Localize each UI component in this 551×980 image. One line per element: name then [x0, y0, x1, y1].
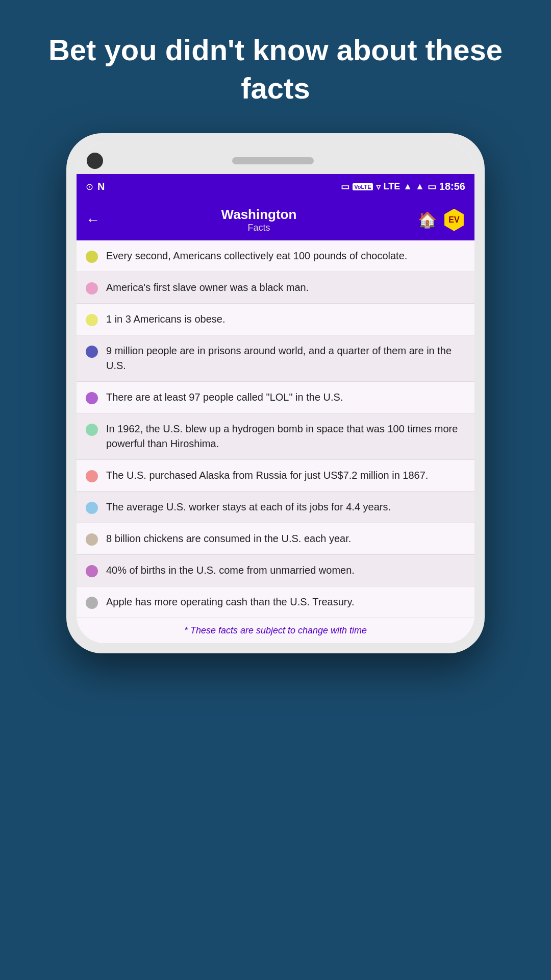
- fact-text: 40% of births in the U.S. come from unma…: [106, 563, 465, 578]
- fact-dot: [86, 565, 98, 577]
- battery-icon: ▭: [428, 181, 436, 192]
- list-item[interactable]: 1 in 3 Americans is obese.: [77, 304, 474, 335]
- status-left-icons: ⊙ N: [86, 181, 105, 192]
- lte-label: LTE: [384, 181, 400, 192]
- fact-text: 1 in 3 Americans is obese.: [106, 312, 465, 327]
- camera-app-icon: ⊙: [86, 181, 93, 192]
- status-time: 18:56: [439, 181, 465, 192]
- fact-dot: [86, 314, 98, 326]
- home-button[interactable]: 🏠: [418, 211, 437, 229]
- fact-text: 9 million people are in prisons around w…: [106, 344, 465, 373]
- fact-dot: [86, 597, 98, 609]
- volte-badge: VoLTE: [353, 183, 372, 190]
- list-item[interactable]: Every second, Americans collectively eat…: [77, 240, 474, 272]
- phone-screen: ⊙ N ▭ VoLTE ▿ LTE ▲ ▲ ▭ 18:56 ← Washingt…: [77, 143, 474, 643]
- fact-text: Every second, Americans collectively eat…: [106, 249, 465, 263]
- fact-text: In 1962, the U.S. blew up a hydrogen bom…: [106, 422, 465, 451]
- notification-icon: N: [97, 181, 105, 192]
- app-title-block: Washington Facts: [108, 207, 410, 233]
- fact-text: The average U.S. worker stays at each of…: [106, 500, 465, 514]
- fact-dot: [86, 533, 98, 546]
- app-title: Washington: [108, 207, 410, 223]
- back-button[interactable]: ←: [86, 212, 100, 228]
- facts-list: Every second, Americans collectively eat…: [77, 240, 474, 618]
- status-right-icons: ▭ VoLTE ▿ LTE ▲ ▲ ▭ 18:56: [341, 181, 465, 192]
- phone-top-bar: [77, 143, 474, 174]
- signal-icon: ▲: [403, 181, 412, 192]
- fact-dot: [86, 424, 98, 436]
- fact-dot: [86, 282, 98, 295]
- app-bar: ← Washington Facts 🏠 EV: [77, 200, 474, 240]
- list-item[interactable]: The average U.S. worker stays at each of…: [77, 492, 474, 523]
- camera-dot: [87, 153, 103, 169]
- fact-text: There are at least 97 people called "LOL…: [106, 390, 465, 405]
- fact-text: America's first slave owner was a black …: [106, 280, 465, 295]
- fact-dot: [86, 251, 98, 263]
- wifi-icon: ▿: [376, 181, 381, 192]
- fact-text: Apple has more operating cash than the U…: [106, 595, 465, 609]
- phone-mockup: ⊙ N ▭ VoLTE ▿ LTE ▲ ▲ ▭ 18:56 ← Washingt…: [66, 133, 485, 653]
- signal-icon2: ▲: [415, 181, 424, 192]
- status-bar: ⊙ N ▭ VoLTE ▿ LTE ▲ ▲ ▭ 18:56: [77, 174, 474, 200]
- cast-icon: ▭: [341, 181, 349, 192]
- app-bar-icons: 🏠 EV: [418, 209, 465, 231]
- list-item[interactable]: 40% of births in the U.S. come from unma…: [77, 555, 474, 586]
- list-item[interactable]: America's first slave owner was a black …: [77, 272, 474, 304]
- fact-text: 8 billion chickens are consumed in the U…: [106, 531, 465, 546]
- page-header: Bet you didn't know about these facts: [0, 31, 551, 108]
- ev-badge-text: EV: [448, 215, 459, 225]
- fact-dot: [86, 392, 98, 404]
- list-item[interactable]: Apple has more operating cash than the U…: [77, 586, 474, 618]
- app-subtitle: Facts: [108, 223, 410, 233]
- list-item[interactable]: There are at least 97 people called "LOL…: [77, 382, 474, 413]
- fact-dot: [86, 346, 98, 358]
- fact-dot: [86, 470, 98, 482]
- list-item[interactable]: In 1962, the U.S. blew up a hydrogen bom…: [77, 413, 474, 460]
- fact-text: The U.S. purchased Alaska from Russia fo…: [106, 468, 465, 483]
- list-item[interactable]: 8 billion chickens are consumed in the U…: [77, 523, 474, 555]
- list-item[interactable]: 9 million people are in prisons around w…: [77, 335, 474, 382]
- ev-badge[interactable]: EV: [443, 209, 465, 231]
- fact-dot: [86, 502, 98, 514]
- list-item[interactable]: The U.S. purchased Alaska from Russia fo…: [77, 460, 474, 492]
- footer-note: * These facts are subject to change with…: [77, 618, 474, 643]
- speaker-bar: [232, 157, 314, 164]
